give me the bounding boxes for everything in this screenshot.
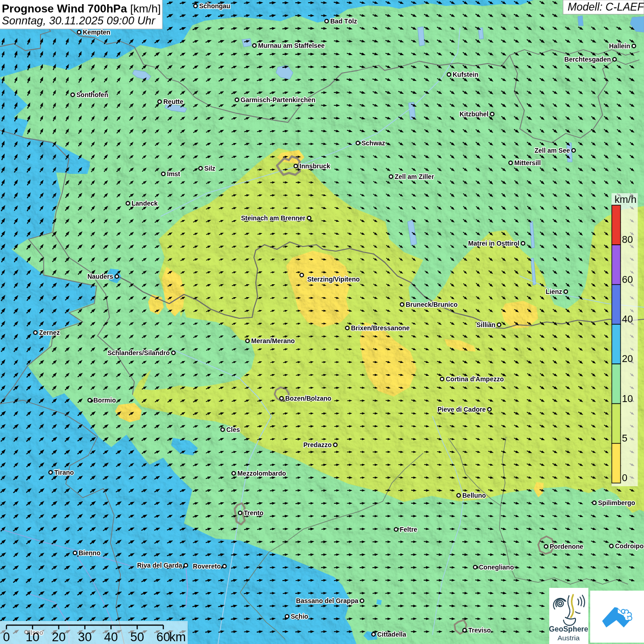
- svg-text:Mittersill: Mittersill: [514, 159, 541, 167]
- svg-text:Predazzo: Predazzo: [304, 441, 332, 448]
- svg-text:Feltre: Feltre: [400, 526, 417, 533]
- svg-text:20: 20: [52, 630, 66, 644]
- svg-text:40: 40: [622, 314, 633, 325]
- svg-text:0: 0: [622, 472, 627, 483]
- svg-text:Kufstein: Kufstein: [453, 71, 478, 78]
- svg-text:Kitzbühel: Kitzbühel: [460, 110, 489, 118]
- svg-text:Bormio: Bormio: [93, 397, 116, 404]
- svg-text:Innsbruck: Innsbruck: [299, 162, 330, 170]
- svg-text:Sonntag, 30.11.2025 09:00 Uhr: Sonntag, 30.11.2025 09:00 Uhr: [2, 14, 155, 27]
- svg-text:Mezzolombardo: Mezzolombardo: [237, 470, 286, 477]
- svg-text:Spilimbergo: Spilimbergo: [598, 499, 635, 506]
- svg-text:km: km: [169, 630, 186, 644]
- svg-text:Schwaz: Schwaz: [362, 139, 385, 147]
- svg-text:Sillian: Sillian: [477, 321, 495, 328]
- svg-text:0: 0: [3, 630, 10, 644]
- svg-text:60: 60: [156, 630, 170, 644]
- svg-text:Steinach am Brenner: Steinach am Brenner: [241, 214, 306, 222]
- svg-text:Kempten: Kempten: [83, 29, 110, 36]
- svg-text:Nauders: Nauders: [87, 273, 113, 280]
- svg-text:Garmisch-Partenkirchen: Garmisch-Partenkirchen: [241, 96, 316, 104]
- svg-text:Bruneck/Brunico: Bruneck/Brunico: [406, 301, 458, 308]
- svg-text:Treviso: Treviso: [468, 627, 491, 634]
- svg-text:Cles: Cles: [226, 426, 240, 433]
- svg-text:km/h: km/h: [615, 194, 637, 205]
- svg-text:Pordenone: Pordenone: [550, 543, 583, 550]
- svg-text:Bienno: Bienno: [79, 549, 100, 557]
- svg-text:Berchtesgaden: Berchtesgaden: [564, 56, 611, 63]
- svg-text:30: 30: [78, 630, 92, 644]
- svg-text:Bassano del Grappa: Bassano del Grappa: [296, 597, 359, 604]
- svg-text:Conegliano: Conegliano: [479, 564, 514, 571]
- svg-text:Brixen/Bressanone: Brixen/Bressanone: [351, 324, 410, 332]
- svg-text:Cittadella: Cittadella: [377, 631, 406, 638]
- svg-text:GeoSphere: GeoSphere: [549, 625, 588, 633]
- svg-text:Reutte: Reutte: [163, 98, 184, 105]
- svg-text:Codroipo: Codroipo: [615, 542, 644, 550]
- svg-text:Landeck: Landeck: [132, 200, 158, 207]
- svg-text:Austria: Austria: [558, 634, 580, 642]
- svg-text:Meran/Merano: Meran/Merano: [251, 337, 295, 345]
- svg-text:Matrei in Osttirol: Matrei in Osttirol: [468, 240, 519, 247]
- svg-text:60: 60: [622, 274, 633, 285]
- svg-text:20: 20: [622, 353, 633, 364]
- svg-text:Schlanders/Silandro: Schlanders/Silandro: [108, 349, 170, 356]
- svg-text:Tirano: Tirano: [54, 469, 74, 476]
- svg-text:Zell am See: Zell am See: [535, 147, 570, 154]
- svg-text:Sonthofen: Sonthofen: [76, 91, 108, 98]
- svg-text:Lienz: Lienz: [546, 288, 562, 295]
- svg-text:Bad Tölz: Bad Tölz: [330, 17, 357, 25]
- svg-text:Zernez: Zernez: [39, 329, 60, 336]
- svg-text:Hallein: Hallein: [609, 42, 630, 50]
- svg-text:Cortina d'Ampezzo: Cortina d'Ampezzo: [446, 375, 504, 383]
- svg-text:Bozen/Bolzano: Bozen/Bolzano: [285, 395, 331, 402]
- svg-text:5: 5: [622, 433, 627, 444]
- svg-text:Belluno: Belluno: [462, 492, 486, 499]
- svg-text:Imst: Imst: [167, 170, 180, 178]
- svg-text:80: 80: [622, 234, 633, 245]
- svg-text:Rovereto: Rovereto: [193, 563, 221, 570]
- svg-text:Schongau: Schongau: [199, 2, 230, 10]
- svg-text:40: 40: [104, 630, 118, 644]
- svg-text:Trento: Trento: [244, 509, 264, 517]
- svg-text:Pieve di Cadore: Pieve di Cadore: [437, 406, 486, 413]
- svg-text:Prognose Wind 700hPa [km/h]: Prognose Wind 700hPa [km/h]: [2, 2, 161, 15]
- svg-text:Modell: C-LAEF: Modell: C-LAEF: [568, 1, 644, 13]
- svg-text:Sterzing/Vipiteno: Sterzing/Vipiteno: [307, 276, 360, 283]
- svg-text:Silz: Silz: [204, 165, 215, 172]
- svg-text:Zell am Ziller: Zell am Ziller: [395, 173, 434, 180]
- svg-text:Schio: Schio: [291, 613, 308, 620]
- svg-text:50: 50: [130, 630, 144, 644]
- svg-text:10: 10: [26, 630, 40, 644]
- svg-text:Riva del Garda: Riva del Garda: [137, 562, 182, 569]
- svg-text:Murnau am Staffelsee: Murnau am Staffelsee: [258, 42, 325, 49]
- svg-text:10: 10: [622, 393, 633, 404]
